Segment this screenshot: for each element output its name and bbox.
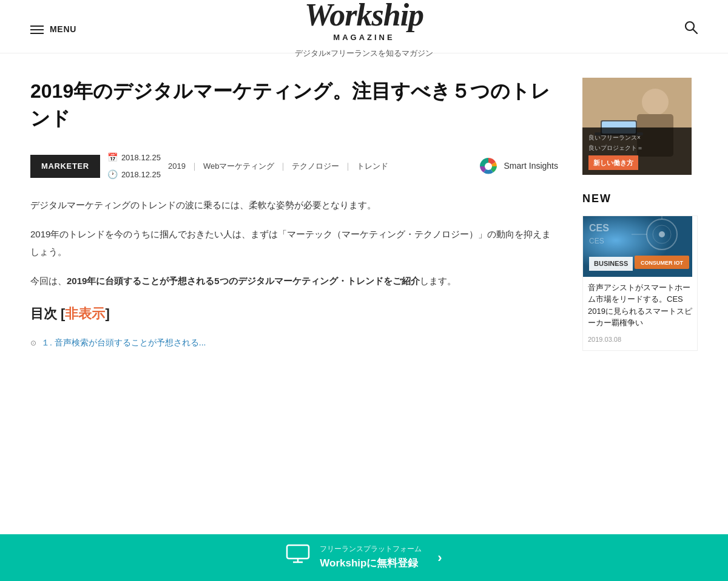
ad-bg: 良いフリーランス× 良いプロジェクト＝ 新しい働き方 (582, 78, 692, 175)
toc-item-1: ⊙ １. 音声検索が台頭することが予想される... (30, 335, 558, 352)
tag-sep-2: ｜ (279, 160, 287, 173)
svg-point-3 (485, 163, 492, 170)
source-icon (477, 155, 499, 177)
body-p3-bold: 2019年に台頭することが予想される5つのデジタルマーケティング・トレンドをご紹… (67, 276, 420, 286)
site-logo[interactable]: Workship MAGAZINE デジタル×フリーランスを知るマガジン (295, 0, 434, 60)
logo-magazine: MAGAZINE (295, 31, 434, 44)
updated-date-row: 🕐 2018.12.25 (107, 168, 161, 182)
tag-sep-3: ｜ (344, 160, 352, 173)
logo-wordmark: Workship (295, 0, 434, 31)
hamburger-icon (30, 25, 44, 34)
sidebar-new-label: NEW (582, 189, 698, 208)
category-badge[interactable]: MARKETER (30, 155, 100, 178)
search-button[interactable] (683, 18, 698, 41)
main-container: 2019年のデジタルマーケティング。注目すべき５つのトレンド MARKETER … (0, 53, 728, 384)
body-p3-suffix: します。 (420, 276, 456, 286)
toc-label: 目次 [ (30, 306, 65, 321)
ad-btn[interactable]: 新しい働き方 (588, 155, 638, 171)
toc-item-text[interactable]: １. 音声検索が台頭することが予想される... (41, 336, 206, 350)
tag-webmarketing[interactable]: Webマーケティング (203, 160, 275, 173)
svg-point-5 (642, 89, 669, 115)
source-name: Smart Insights (504, 159, 558, 174)
sidebar-card-1[interactable]: CES CES CONSUMER IOT BUSINESS 音声アシストがスマー… (582, 216, 698, 351)
article-body: デジタルマーケティングのトレンドの波に乗るには、柔軟な姿勢が必要となります。 2… (30, 197, 558, 290)
tag-technology[interactable]: テクノロジー (292, 160, 339, 173)
article: 2019年のデジタルマーケティング。注目すべき５つのトレンド MARKETER … (30, 78, 558, 360)
updated-date: 2018.12.25 (121, 168, 161, 182)
ad-label: 良いフリーランス× 良いプロジェクト＝ 新しい働き方 (582, 127, 692, 175)
body-paragraph-3: 今回は、2019年に台頭することが予想される5つのデジタルマーケティング・トレン… (30, 273, 558, 290)
svg-line-1 (693, 30, 697, 33)
menu-label: MENU (50, 22, 76, 37)
body-p3-prefix: 今回は、 (30, 276, 67, 286)
card-badge: BUSINESS (589, 257, 633, 271)
menu-button[interactable]: MENU (30, 22, 76, 37)
meta-tags: 2019 ｜ Webマーケティング ｜ テクノロジー ｜ トレンド (168, 160, 388, 173)
svg-text:CONSUMER IOT: CONSUMER IOT (641, 260, 684, 266)
sidebar: 良いフリーランス× 良いプロジェクト＝ 新しい働き方 NEW (582, 78, 698, 360)
tag-sep-1: ｜ (190, 160, 198, 173)
body-paragraph-1: デジタルマーケティングのトレンドの波に乗るには、柔軟な姿勢が必要となります。 (30, 197, 558, 214)
card-date: 2019.03.08 (583, 334, 697, 350)
published-date-row: 📅 2018.12.25 (107, 151, 161, 165)
tag-trend[interactable]: トレンド (357, 160, 388, 173)
card-image: CES CES CONSUMER IOT BUSINESS (583, 216, 692, 277)
svg-text:CES: CES (589, 223, 609, 233)
toc-close: ] (105, 306, 109, 321)
svg-point-0 (686, 22, 694, 30)
toc-number-icon: ⊙ (30, 337, 36, 349)
meta-dates: 📅 2018.12.25 🕐 2018.12.25 (107, 151, 161, 182)
calendar-icon: 📅 (107, 151, 118, 165)
published-date: 2018.12.25 (121, 151, 161, 165)
article-title: 2019年のデジタルマーケティング。注目すべき５つのトレンド (30, 78, 558, 132)
ad-line1: 良いフリーランス× (588, 132, 686, 143)
body-paragraph-2: 2019年のトレンドを今のうちに掴んでおきたい人は、まずは「マーテック（マーケテ… (30, 226, 558, 260)
card-title: 音声アシストがスマートホーム市場をリードする。CES 2019に見られるスマート… (583, 277, 697, 334)
meta-source: Smart Insights (477, 155, 558, 177)
logo-tagline: デジタル×フリーランスを知るマガジン (295, 47, 434, 60)
svg-point-13 (659, 231, 665, 237)
ad-line2: 良いプロジェクト＝ (588, 143, 686, 153)
clock-icon: 🕐 (107, 168, 118, 182)
sidebar-ad-workship[interactable]: 良いフリーランス× 良いプロジェクト＝ 新しい働き方 (582, 78, 692, 175)
article-meta: MARKETER 📅 2018.12.25 🕐 2018.12.25 2019 … (30, 151, 558, 182)
site-header: MENU Workship MAGAZINE デジタル×フリーランスを知るマガジ… (0, 0, 728, 53)
toc-section: 目次 [非表示] (30, 302, 558, 325)
toc-hide-button[interactable]: 非表示 (65, 306, 105, 321)
svg-text:CES: CES (589, 237, 604, 245)
tag-year[interactable]: 2019 (168, 160, 186, 173)
